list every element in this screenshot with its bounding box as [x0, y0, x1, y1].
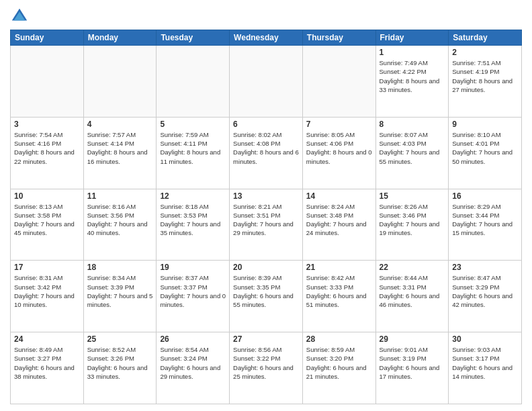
day-info: Sunrise: 7:59 AM Sunset: 4:11 PM Dayligh… — [160, 130, 226, 166]
day-number: 15 — [380, 191, 445, 201]
day-info: Sunrise: 8:07 AM Sunset: 4:03 PM Dayligh… — [380, 130, 445, 166]
calendar-day-header: Friday — [375, 30, 449, 46]
day-info: Sunrise: 7:51 AM Sunset: 4:19 PM Dayligh… — [452, 58, 518, 94]
calendar-cell: 11Sunrise: 8:16 AM Sunset: 3:56 PM Dayli… — [83, 189, 157, 261]
calendar-cell: 26Sunrise: 8:54 AM Sunset: 3:24 PM Dayli… — [157, 332, 230, 404]
day-info: Sunrise: 8:42 AM Sunset: 3:33 PM Dayligh… — [306, 273, 372, 309]
calendar-cell: 9Sunrise: 8:10 AM Sunset: 4:01 PM Daylig… — [449, 117, 522, 189]
day-number: 28 — [306, 334, 372, 344]
calendar-week-row: 10Sunrise: 8:13 AM Sunset: 3:58 PM Dayli… — [11, 189, 522, 261]
calendar-cell: 3Sunrise: 7:54 AM Sunset: 4:16 PM Daylig… — [11, 117, 84, 189]
day-number: 22 — [380, 263, 445, 272]
day-number: 26 — [160, 334, 226, 344]
day-info: Sunrise: 8:26 AM Sunset: 3:46 PM Dayligh… — [380, 202, 445, 238]
header — [10, 7, 522, 26]
calendar-cell: 18Sunrise: 8:34 AM Sunset: 3:39 PM Dayli… — [83, 261, 157, 332]
day-info: Sunrise: 8:34 AM Sunset: 3:39 PM Dayligh… — [87, 273, 153, 309]
calendar-cell: 2Sunrise: 7:51 AM Sunset: 4:19 PM Daylig… — [449, 46, 522, 118]
calendar-cell: 20Sunrise: 8:39 AM Sunset: 3:35 PM Dayli… — [230, 261, 303, 332]
day-number: 30 — [452, 334, 518, 344]
day-number: 14 — [306, 191, 372, 201]
calendar-week-row: 24Sunrise: 8:49 AM Sunset: 3:27 PM Dayli… — [11, 332, 522, 404]
calendar-cell: 17Sunrise: 8:31 AM Sunset: 3:42 PM Dayli… — [11, 261, 84, 332]
day-number: 20 — [233, 263, 299, 272]
calendar-cell — [83, 46, 157, 118]
calendar-cell: 7Sunrise: 8:05 AM Sunset: 4:06 PM Daylig… — [302, 117, 375, 189]
calendar-cell — [302, 46, 375, 118]
logo-icon — [10, 7, 29, 26]
calendar-cell: 22Sunrise: 8:44 AM Sunset: 3:31 PM Dayli… — [375, 261, 449, 332]
day-number: 18 — [87, 263, 153, 272]
calendar-cell: 16Sunrise: 8:29 AM Sunset: 3:44 PM Dayli… — [449, 189, 522, 261]
day-number: 2 — [452, 48, 518, 57]
day-number: 9 — [452, 120, 518, 129]
day-number: 6 — [233, 120, 299, 129]
calendar-cell: 5Sunrise: 7:59 AM Sunset: 4:11 PM Daylig… — [157, 117, 230, 189]
day-info: Sunrise: 8:31 AM Sunset: 3:42 PM Dayligh… — [14, 273, 80, 309]
calendar-day-header: Sunday — [11, 30, 84, 46]
day-number: 17 — [14, 263, 80, 272]
calendar-header-row: SundayMondayTuesdayWednesdayThursdayFrid… — [11, 30, 522, 46]
day-info: Sunrise: 8:05 AM Sunset: 4:06 PM Dayligh… — [306, 130, 372, 166]
day-number: 10 — [14, 191, 80, 201]
calendar-cell: 1Sunrise: 7:49 AM Sunset: 4:22 PM Daylig… — [375, 46, 449, 118]
day-number: 21 — [306, 263, 372, 272]
calendar-cell: 28Sunrise: 8:59 AM Sunset: 3:20 PM Dayli… — [302, 332, 375, 404]
calendar-week-row: 3Sunrise: 7:54 AM Sunset: 4:16 PM Daylig… — [11, 117, 522, 189]
logo — [10, 7, 32, 26]
day-info: Sunrise: 7:49 AM Sunset: 4:22 PM Dayligh… — [380, 58, 445, 94]
calendar-cell: 4Sunrise: 7:57 AM Sunset: 4:14 PM Daylig… — [83, 117, 157, 189]
day-number: 13 — [233, 191, 299, 201]
calendar-day-header: Saturday — [449, 30, 522, 46]
day-info: Sunrise: 8:49 AM Sunset: 3:27 PM Dayligh… — [14, 345, 80, 381]
day-info: Sunrise: 8:16 AM Sunset: 3:56 PM Dayligh… — [87, 202, 153, 238]
day-info: Sunrise: 8:21 AM Sunset: 3:51 PM Dayligh… — [233, 202, 299, 238]
day-number: 3 — [14, 120, 80, 129]
calendar-cell — [11, 46, 84, 118]
day-number: 5 — [160, 120, 226, 129]
day-info: Sunrise: 8:37 AM Sunset: 3:37 PM Dayligh… — [160, 273, 226, 309]
calendar-cell: 8Sunrise: 8:07 AM Sunset: 4:03 PM Daylig… — [375, 117, 449, 189]
calendar-cell: 25Sunrise: 8:52 AM Sunset: 3:26 PM Dayli… — [83, 332, 157, 404]
day-number: 8 — [380, 120, 445, 129]
calendar-cell: 23Sunrise: 8:47 AM Sunset: 3:29 PM Dayli… — [449, 261, 522, 332]
calendar-cell: 27Sunrise: 8:56 AM Sunset: 3:22 PM Dayli… — [230, 332, 303, 404]
calendar-cell — [230, 46, 303, 118]
day-number: 29 — [380, 334, 445, 344]
calendar-day-header: Monday — [83, 30, 157, 46]
calendar-cell: 19Sunrise: 8:37 AM Sunset: 3:37 PM Dayli… — [157, 261, 230, 332]
day-info: Sunrise: 9:03 AM Sunset: 3:17 PM Dayligh… — [452, 345, 518, 381]
calendar-week-row: 1Sunrise: 7:49 AM Sunset: 4:22 PM Daylig… — [11, 46, 522, 118]
day-info: Sunrise: 8:59 AM Sunset: 3:20 PM Dayligh… — [306, 345, 372, 381]
calendar-cell: 12Sunrise: 8:18 AM Sunset: 3:53 PM Dayli… — [157, 189, 230, 261]
day-info: Sunrise: 9:01 AM Sunset: 3:19 PM Dayligh… — [380, 345, 445, 381]
calendar-table: SundayMondayTuesdayWednesdayThursdayFrid… — [10, 30, 522, 404]
day-info: Sunrise: 8:24 AM Sunset: 3:48 PM Dayligh… — [306, 202, 372, 238]
page: SundayMondayTuesdayWednesdayThursdayFrid… — [0, 0, 532, 411]
calendar-cell: 30Sunrise: 9:03 AM Sunset: 3:17 PM Dayli… — [449, 332, 522, 404]
day-info: Sunrise: 8:29 AM Sunset: 3:44 PM Dayligh… — [452, 202, 518, 238]
day-number: 7 — [306, 120, 372, 129]
day-number: 16 — [452, 191, 518, 201]
calendar-cell: 21Sunrise: 8:42 AM Sunset: 3:33 PM Dayli… — [302, 261, 375, 332]
calendar-day-header: Tuesday — [157, 30, 230, 46]
calendar-cell: 24Sunrise: 8:49 AM Sunset: 3:27 PM Dayli… — [11, 332, 84, 404]
calendar-day-header: Thursday — [302, 30, 375, 46]
day-info: Sunrise: 8:10 AM Sunset: 4:01 PM Dayligh… — [452, 130, 518, 166]
day-info: Sunrise: 8:56 AM Sunset: 3:22 PM Dayligh… — [233, 345, 299, 381]
day-number: 11 — [87, 191, 153, 201]
day-info: Sunrise: 8:52 AM Sunset: 3:26 PM Dayligh… — [87, 345, 153, 381]
calendar-cell: 13Sunrise: 8:21 AM Sunset: 3:51 PM Dayli… — [230, 189, 303, 261]
day-number: 19 — [160, 263, 226, 272]
day-info: Sunrise: 8:44 AM Sunset: 3:31 PM Dayligh… — [380, 273, 445, 309]
day-info: Sunrise: 7:57 AM Sunset: 4:14 PM Dayligh… — [87, 130, 153, 166]
calendar-cell — [157, 46, 230, 118]
day-info: Sunrise: 8:54 AM Sunset: 3:24 PM Dayligh… — [160, 345, 226, 381]
calendar-week-row: 17Sunrise: 8:31 AM Sunset: 3:42 PM Dayli… — [11, 261, 522, 332]
day-number: 27 — [233, 334, 299, 344]
day-info: Sunrise: 7:54 AM Sunset: 4:16 PM Dayligh… — [14, 130, 80, 166]
day-number: 1 — [380, 48, 445, 57]
calendar-day-header: Wednesday — [230, 30, 303, 46]
day-info: Sunrise: 8:39 AM Sunset: 3:35 PM Dayligh… — [233, 273, 299, 309]
day-number: 12 — [160, 191, 226, 201]
